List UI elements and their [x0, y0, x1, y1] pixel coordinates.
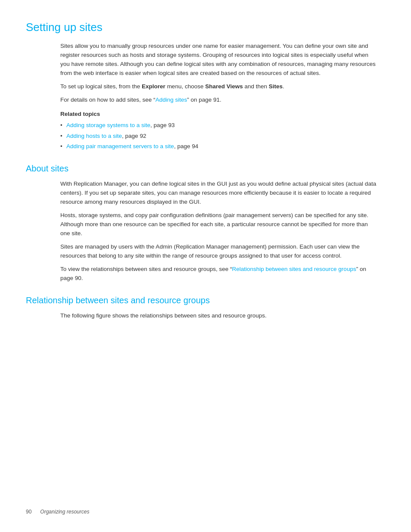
related-suffix-pair: , page 94	[174, 143, 198, 149]
sites-bold: Sites	[269, 83, 283, 90]
about-paragraph2: Hosts, storage systems, and copy pair co…	[60, 211, 377, 238]
related-topics-list: Adding storage systems to a site, page 9…	[60, 121, 377, 151]
about-sites-content: With Replication Manager, you can define…	[60, 180, 377, 283]
about-paragraph1: With Replication Manager, you can define…	[60, 180, 377, 207]
about-paragraph3: Sites are managed by users with the Admi…	[60, 243, 377, 261]
about-paragraph4: To view the relationships between sites …	[60, 265, 377, 283]
footer-section-name: Organizing resources	[40, 509, 89, 515]
para4-prefix: To view the relationships between sites …	[60, 266, 232, 272]
relationship-content: The following figure shows the relations…	[60, 311, 377, 320]
intro-paragraph1: Sites allow you to manually group resour…	[60, 42, 377, 78]
intro-paragraph3: For details on how to add sites, see “Ad…	[60, 96, 377, 105]
page-title: Setting up sites	[26, 21, 385, 34]
shared-views-bold: Shared Views	[205, 83, 243, 90]
related-suffix-storage: , page 93	[150, 122, 174, 128]
setting-up-sites-content: Sites allow you to manually group resour…	[60, 42, 377, 151]
list-item: Adding storage systems to a site, page 9…	[60, 121, 377, 130]
relationship-link[interactable]: Relationship between sites and resource …	[232, 266, 356, 272]
list-item: Adding pair management servers to a site…	[60, 142, 377, 151]
para2-prefix: To set up logical sites, from the	[60, 83, 142, 90]
related-suffix-hosts: , page 92	[122, 133, 146, 139]
related-topics-label: Related topics	[60, 110, 377, 119]
related-link-hosts[interactable]: Adding hosts to a site	[66, 133, 122, 139]
about-sites-title: About sites	[26, 164, 385, 174]
page-footer: 90 Organizing resources	[26, 509, 89, 515]
list-item: Adding hosts to a site, page 92	[60, 132, 377, 140]
para3-suffix: ” on page 91.	[187, 96, 221, 103]
related-link-pair[interactable]: Adding pair management servers to a site	[66, 143, 174, 149]
para3-prefix: For details on how to add sites, see “	[60, 96, 156, 103]
explorer-bold: Explorer	[142, 83, 165, 90]
relationship-paragraph1: The following figure shows the relations…	[60, 311, 377, 320]
relationship-section-title: Relationship between sites and resource …	[26, 296, 385, 305]
footer-page-number: 90	[26, 509, 31, 515]
intro-paragraph2: To set up logical sites, from the Explor…	[60, 82, 377, 91]
para2-middle: menu, choose	[165, 83, 205, 90]
adding-sites-link[interactable]: Adding sites	[156, 96, 187, 103]
para2-suffix: and then	[243, 83, 269, 90]
related-link-storage[interactable]: Adding storage systems to a site	[66, 122, 150, 128]
para2-end: .	[283, 83, 284, 90]
